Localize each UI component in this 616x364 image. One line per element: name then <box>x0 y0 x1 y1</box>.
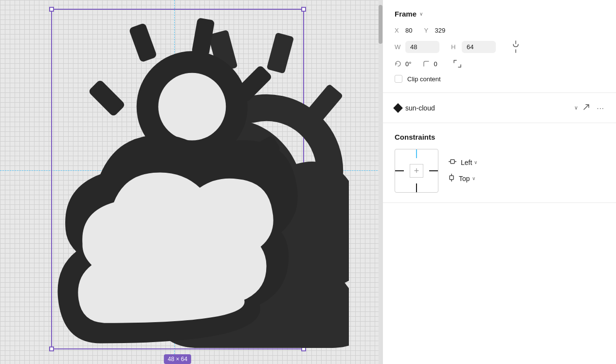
constraint-top-line <box>416 149 417 158</box>
svg-rect-14 <box>451 160 454 164</box>
constraint-center-box: + <box>410 164 423 178</box>
clip-content-label: Clip content <box>407 75 441 83</box>
h-field: H <box>451 40 496 54</box>
component-diamond-icon <box>393 103 403 113</box>
frame-selection-box[interactable]: 48 × 64 <box>51 9 304 349</box>
svg-point-11 <box>158 73 226 141</box>
svg-rect-9 <box>88 79 126 117</box>
corner-radius-icon <box>423 60 430 67</box>
right-panel: Frame ∨ X 80 Y 329 W H <box>382 0 616 364</box>
rotation-value[interactable]: 0° <box>405 60 411 68</box>
constraint-right-line <box>429 170 438 171</box>
constraint-plus-icon: + <box>414 166 419 175</box>
h-label: H <box>451 43 458 51</box>
size-badge: 48 × 64 <box>164 354 191 364</box>
component-link-icon[interactable] <box>582 103 591 113</box>
component-section: sun-cloud ∨ ··· <box>383 93 616 123</box>
frame-section-header: Frame ∨ <box>395 10 604 18</box>
constraints-content: + Left ∨ <box>395 149 604 193</box>
link-proportions-icon[interactable] <box>511 40 520 54</box>
vertical-constraint-row: Top ∨ <box>448 173 477 183</box>
svg-rect-6 <box>191 18 215 56</box>
sun-cloud-main-icon <box>52 10 303 348</box>
frame-section: Frame ∨ X 80 Y 329 W H <box>383 0 616 93</box>
w-field: W <box>395 40 439 54</box>
clip-content-checkbox[interactable] <box>395 75 402 83</box>
component-name: sun-cloud <box>405 104 570 112</box>
x-field: X 80 <box>395 27 412 34</box>
vertical-constraint-icon <box>448 173 455 183</box>
canvas-area[interactable]: 48 × 64 <box>0 0 382 364</box>
vertical-constraint-label: Top <box>459 175 470 182</box>
component-actions: ··· <box>582 103 604 113</box>
wh-row: W H <box>395 40 604 54</box>
constraint-diagram[interactable]: + <box>395 149 438 193</box>
svg-rect-5 <box>128 23 157 63</box>
rot-corner-row: 0° 0 <box>395 59 604 68</box>
y-field: Y 329 <box>424 27 445 34</box>
rotation-icon <box>395 60 401 67</box>
vertical-constraint-dropdown[interactable]: Top ∨ <box>459 175 475 182</box>
component-row: sun-cloud ∨ ··· <box>395 103 604 113</box>
constraint-selects: Left ∨ Top ∨ <box>448 158 477 183</box>
constraints-title: Constraints <box>395 133 604 141</box>
constraint-left-line <box>395 170 404 171</box>
vertical-constraint-chevron: ∨ <box>472 176 475 181</box>
xy-row: X 80 Y 329 <box>395 27 604 34</box>
rotation-field: 0° <box>395 59 411 68</box>
constraints-section: Constraints + <box>383 123 616 203</box>
x-value[interactable]: 80 <box>405 27 412 34</box>
component-more-icon[interactable]: ··· <box>597 104 604 112</box>
w-label: W <box>395 43 401 51</box>
horizontal-constraint-label: Left <box>461 159 472 166</box>
y-label: Y <box>424 27 431 34</box>
clip-content-row: Clip content <box>395 75 604 83</box>
y-value[interactable]: 329 <box>435 27 445 34</box>
svg-rect-17 <box>450 176 453 180</box>
constraint-bottom-line <box>416 183 417 192</box>
horizontal-constraint-dropdown[interactable]: Left ∨ <box>461 159 477 166</box>
corner-value[interactable]: 0 <box>434 60 437 68</box>
frame-chevron-icon[interactable]: ∨ <box>419 11 423 17</box>
horizontal-constraint-row: Left ∨ <box>448 158 477 166</box>
h-input[interactable] <box>462 41 496 53</box>
w-input[interactable] <box>405 41 439 53</box>
horizontal-constraint-icon <box>448 158 457 166</box>
horizontal-constraint-chevron: ∨ <box>474 160 477 165</box>
scale-icon[interactable] <box>453 59 462 68</box>
frame-title: Frame <box>395 10 417 18</box>
corner-field: 0 <box>423 59 437 68</box>
component-name-chevron[interactable]: ∨ <box>574 105 578 111</box>
x-label: X <box>395 27 401 34</box>
